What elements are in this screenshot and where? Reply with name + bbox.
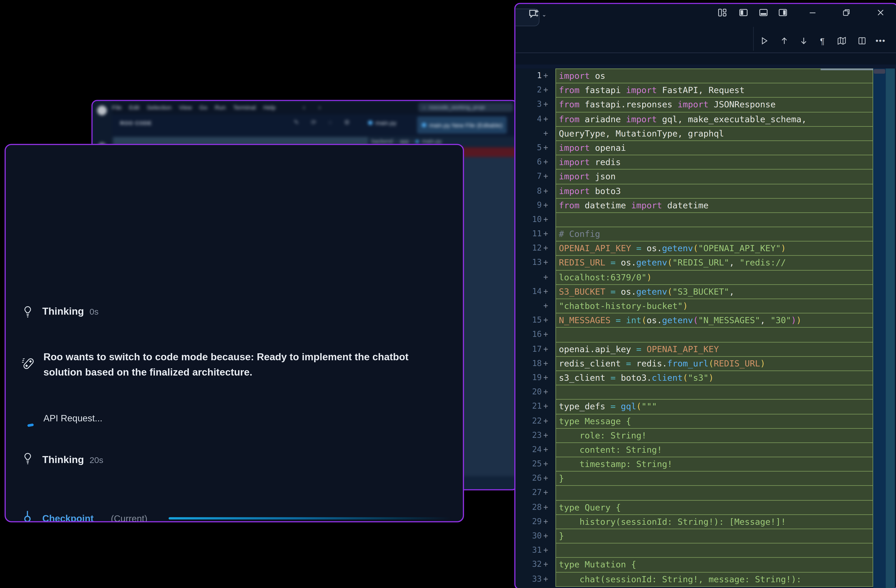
thinking-duration: 20s [90, 455, 104, 465]
code-row: content: String! [556, 443, 873, 457]
split-editor-icon[interactable] [856, 35, 868, 46]
code-row: type Query { [556, 500, 873, 515]
restore-icon[interactable] [841, 7, 852, 18]
code-row: N_MESSAGES = int(os.getenv("N_MESSAGES",… [556, 313, 873, 328]
menu-item-selection[interactable]: Selection [147, 104, 172, 111]
menu-item-help[interactable]: Help [263, 104, 276, 111]
code-row: chat(sessionId: String!, message: String… [556, 572, 873, 586]
line-number: 22+ [515, 413, 555, 428]
layout-grid-icon[interactable] [717, 7, 728, 18]
search-icon: ⌕ [423, 104, 426, 110]
code-row: import openai [556, 141, 873, 155]
code-row: from fastapi import FastAPI, Request [556, 84, 873, 98]
line-number: 8+ [515, 184, 555, 198]
overview-ruler [886, 68, 895, 588]
code-row: import os [556, 69, 873, 83]
menu-items[interactable]: FileEditSelectionViewGoRunTerminalHelp [112, 104, 283, 111]
code-row: from fastapi.responses import JSONRespon… [556, 98, 873, 112]
line-number: + [515, 299, 555, 313]
code-row: QueryType, MutationType, graphql [556, 126, 873, 141]
code-row: localhost:6379/0") [556, 270, 873, 285]
added-lines-block[interactable]: import osfrom fastapi import FastAPI, Re… [555, 68, 873, 586]
spinner-icon [26, 422, 35, 428]
arrow-up-icon[interactable] [778, 35, 790, 46]
code-row: redis_client = redis.from_url(REDIS_URL) [556, 357, 873, 371]
code-row: import json [556, 170, 873, 184]
toolbar-divider [753, 27, 754, 51]
code-row: } [556, 529, 873, 544]
menu-bar: FileEditSelectionViewGoRunTerminalHelp ‹… [93, 101, 517, 114]
switch-mode-icon [21, 355, 36, 372]
code-row: REDIS_URL = os.getenv("REDIS_URL", "redi… [556, 256, 873, 270]
line-number: 26+ [515, 471, 555, 485]
menu-item-terminal[interactable]: Terminal [233, 104, 256, 111]
scrollbar-track[interactable] [873, 68, 886, 588]
minimize-icon[interactable] [807, 7, 818, 18]
line-number: 17+ [515, 342, 555, 356]
line-number: 6+ [515, 155, 555, 169]
panel-action-icons[interactable]: ✎ ⟳ ◌ ⚙ [294, 119, 355, 126]
tab-main-py-new-file[interactable]: main.py New File (Editable) [417, 117, 507, 134]
menu-item-run[interactable]: Run [215, 104, 226, 111]
checkpoint-status: (Current) [111, 514, 147, 522]
line-number: 32+ [515, 558, 555, 572]
editor-window-header: ⌄ [515, 4, 896, 64]
line-number: 19+ [515, 371, 555, 384]
nav-back-forward-icons[interactable]: ‹ › [303, 103, 326, 111]
code-row: s3_client = boto3.client("s3") [556, 371, 873, 385]
line-number: 9+ [515, 198, 555, 212]
line-number: + [515, 126, 555, 140]
line-number: 25+ [515, 457, 555, 471]
close-icon[interactable] [875, 7, 887, 18]
code-row [556, 486, 873, 500]
menu-item-file[interactable]: File [112, 104, 122, 111]
layout-sidebar-right-icon[interactable] [777, 7, 789, 18]
python-file-icon [422, 123, 427, 128]
tab-main-py[interactable]: main.py [368, 119, 396, 126]
code-row: history(sessionId: String!): [Message!]! [556, 515, 873, 529]
scrollbar-thumb[interactable] [874, 69, 885, 74]
checkpoint-timeline [169, 517, 451, 520]
layout-panel-icon[interactable] [758, 7, 769, 18]
line-number: 15+ [515, 313, 555, 327]
breadcrumb[interactable]: backend›app›main.py [371, 138, 442, 144]
layout-sidebar-left-icon[interactable] [738, 7, 749, 18]
lightbulb-icon [23, 305, 33, 319]
switch-mode-message: Roo wants to switch to code mode because… [44, 349, 443, 380]
line-number: + [515, 270, 555, 284]
arrow-down-icon[interactable] [798, 35, 809, 46]
chevron-down-icon[interactable]: ⌄ [542, 12, 547, 18]
line-number: 24+ [515, 442, 555, 457]
line-number: 16+ [515, 327, 555, 342]
line-number: 21+ [515, 399, 555, 413]
code-row: type Message { [556, 414, 873, 428]
line-number: 3+ [515, 97, 555, 111]
chat-sparkles-icon[interactable] [528, 8, 541, 20]
code-row: import redis [556, 155, 873, 170]
more-actions-icon[interactable]: ••• [875, 35, 887, 46]
code-row: OPENAI_API_KEY = os.getenv("OPENAI_API_K… [556, 242, 873, 256]
line-number: 4+ [515, 112, 555, 126]
menu-item-go[interactable]: Go [200, 104, 207, 111]
menu-item-view[interactable]: View [179, 104, 192, 111]
diff-editor-content: 1+2+3+4++5+6+7+8+9+10+11+12+13++14++15+1… [515, 68, 895, 588]
line-number: 30+ [515, 529, 555, 543]
api-request-label: API Request... [44, 413, 102, 424]
pilcrow-icon[interactable]: ¶ [817, 35, 828, 46]
line-number: 20+ [515, 385, 555, 399]
search-box[interactable]: ⌕roocode_working_proje [418, 103, 513, 112]
code-row: type Mutation { [556, 558, 873, 572]
line-number: 12+ [515, 241, 555, 255]
run-icon[interactable] [758, 35, 770, 46]
checkpoint-label[interactable]: Checkpoint [42, 513, 94, 522]
menu-item-edit[interactable]: Edit [129, 104, 139, 111]
code-row [556, 328, 873, 342]
code-row: } [556, 472, 873, 486]
thinking-row-1: Thinking 0s [42, 305, 99, 318]
map-icon[interactable] [836, 35, 847, 46]
code-row: from datetime import datetime [556, 199, 873, 213]
roo-logo-icon[interactable] [97, 106, 107, 115]
code-row: openai.api_key = OPENAI_API_KEY [556, 342, 873, 357]
code-row: timestamp: String! [556, 457, 873, 471]
line-number: 11+ [515, 227, 555, 241]
